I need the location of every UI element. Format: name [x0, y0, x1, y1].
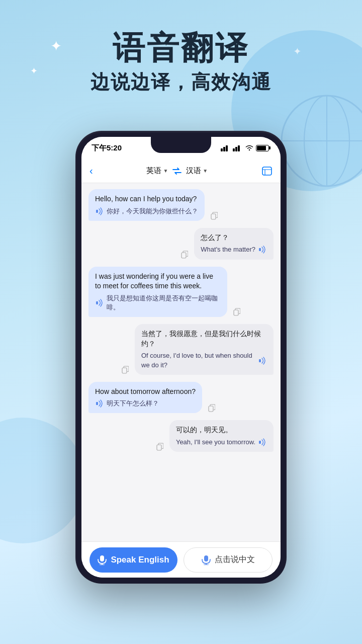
message-row-6: 可以的，明天见。 Yeah, I'll see you tomorrow. [88, 420, 274, 452]
svg-rect-25 [100, 555, 104, 561]
speak-chinese-button[interactable]: 点击说中文 [184, 547, 273, 573]
msg-4-translation: Of course, I'd love to, but when should … [141, 351, 267, 369]
app-header: ‹ 英语 ▼ 汉语 ▼ [81, 159, 281, 183]
phone-mockup: 下午5:20 [75, 131, 287, 584]
svg-rect-7 [233, 148, 235, 151]
lang-right-item[interactable]: 汉语 ▼ [186, 166, 208, 176]
svg-rect-18 [234, 310, 238, 315]
msg-1-original: Hello, how can I help you today? [95, 194, 198, 204]
menu-button[interactable] [261, 166, 273, 176]
msg-6-original: 可以的，明天见。 [176, 425, 267, 435]
svg-rect-21 [96, 402, 98, 405]
svg-rect-28 [204, 555, 208, 561]
svg-rect-6 [226, 145, 228, 151]
msg-4-original: 当然了，我很愿意，但是我们什么时候约？ [141, 329, 267, 349]
copy-btn-5[interactable] [208, 404, 215, 412]
audio-icon-5[interactable] [95, 399, 104, 408]
svg-rect-13 [96, 210, 98, 213]
phone-outer-shell: 下午5:20 [75, 131, 287, 584]
msg-3-translation: 我只是想知道你这周是否有空一起喝咖啡。 [95, 294, 221, 312]
audio-icon-1[interactable] [95, 207, 104, 216]
svg-rect-9 [238, 145, 240, 151]
copy-btn-3[interactable] [233, 307, 240, 316]
main-subtitle: 边说边译，高效沟通 [0, 69, 362, 95]
svg-rect-8 [235, 147, 237, 151]
bubble-1: Hello, how can I help you today? 你好，今天我能… [88, 189, 205, 221]
speak-english-button[interactable]: Speak English [89, 547, 177, 573]
speak-english-label: Speak English [111, 555, 169, 565]
svg-rect-4 [221, 148, 223, 151]
bubble-6: 可以的，明天见。 Yeah, I'll see you tomorrow. [169, 420, 274, 452]
back-button[interactable]: ‹ [89, 165, 93, 177]
mic-icon-english [98, 555, 107, 565]
svg-rect-24 [157, 445, 161, 450]
copy-btn-2[interactable] [181, 250, 188, 258]
chat-area: Hello, how can I help you today? 你好，今天我能… [81, 183, 281, 541]
phone-notch [151, 137, 211, 153]
copy-btn-1[interactable] [211, 211, 218, 219]
lang-right-label: 汉语 [186, 166, 201, 176]
svg-rect-22 [209, 406, 213, 412]
svg-rect-20 [122, 368, 127, 373]
msg-1-translation: 你好，今天我能为你做些什么？ [95, 207, 198, 216]
signal-icon-2 [233, 144, 243, 151]
svg-rect-10 [262, 167, 272, 175]
msg-3-original: I was just wondering if you were a live … [95, 272, 221, 291]
audio-icon-2[interactable] [258, 245, 267, 254]
language-selector[interactable]: 英语 ▼ 汉语 ▼ [146, 166, 208, 176]
svg-rect-15 [259, 248, 261, 251]
lang-left-arrow: ▼ [163, 168, 168, 174]
svg-rect-17 [96, 301, 98, 304]
signal-icon [221, 144, 231, 151]
lang-left-item[interactable]: 英语 ▼ [146, 166, 168, 176]
header-section: 语音翻译 边说边译，高效沟通 [0, 30, 362, 95]
msg-5-original: How about tomorrow afternoon? [95, 387, 196, 397]
svg-rect-14 [211, 214, 216, 219]
audio-icon-4[interactable] [258, 356, 267, 365]
svg-rect-5 [223, 147, 225, 151]
bg-decoration-circle-2 [0, 418, 85, 543]
svg-rect-19 [259, 359, 261, 362]
bubble-4: 当然了，我很愿意，但是我们什么时候约？ Of course, I'd love … [135, 324, 274, 375]
message-row-3: I was just wondering if you were a live … [88, 267, 274, 317]
audio-icon-6[interactable] [258, 438, 267, 447]
svg-rect-23 [259, 441, 261, 444]
msg-2-translation: What's the matter? [201, 245, 267, 254]
status-icons [221, 144, 270, 151]
msg-2-original: 怎么了？ [201, 233, 267, 243]
lang-left-label: 英语 [146, 166, 161, 176]
copy-btn-6[interactable] [156, 442, 163, 451]
bottom-bar: Speak English 点击说中文 [81, 541, 281, 578]
phone-screen: 下午5:20 [81, 137, 281, 578]
lang-right-arrow: ▼ [203, 168, 208, 174]
audio-icon-3[interactable] [95, 298, 104, 307]
msg-6-translation: Yeah, I'll see you tomorrow. [176, 438, 267, 447]
mic-icon-chinese [202, 555, 211, 565]
bubble-5: How about tomorrow afternoon? 明天下午怎么样？ [88, 382, 202, 414]
message-row-5: How about tomorrow afternoon? 明天下午怎么样？ [88, 382, 274, 414]
copy-btn-4[interactable] [122, 365, 129, 373]
speak-chinese-label: 点击说中文 [215, 554, 255, 565]
msg-5-translation: 明天下午怎么样？ [95, 399, 196, 408]
bubble-3: I was just wondering if you were a live … [88, 267, 227, 317]
wifi-icon [245, 144, 254, 151]
swap-button[interactable] [172, 167, 182, 175]
globe-decoration [277, 91, 362, 191]
status-time: 下午5:20 [92, 143, 122, 153]
svg-rect-16 [182, 253, 186, 258]
message-row-4: 当然了，我很愿意，但是我们什么时候约？ Of course, I'd love … [88, 324, 274, 375]
message-row-1: Hello, how can I help you today? 你好，今天我能… [88, 189, 274, 221]
bubble-2: 怎么了？ What's the matter? [194, 228, 274, 260]
main-title: 语音翻译 [0, 30, 362, 65]
message-row-2: 怎么了？ What's the matter? [88, 228, 274, 260]
